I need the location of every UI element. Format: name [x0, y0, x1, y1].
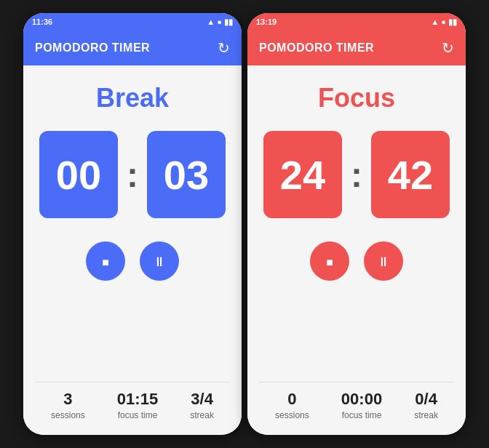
- break-timer-display: 00 : 03: [35, 131, 230, 218]
- break-pause-icon: [153, 253, 166, 270]
- focus-pause-icon: [377, 253, 390, 270]
- focus-timer-display: 24 : 42: [259, 131, 454, 218]
- focus-focustime-value: 00:00: [341, 390, 382, 409]
- break-stop-icon: [102, 253, 109, 270]
- break-status-bar: 11:36 ▲ ● ▮▮: [23, 13, 242, 31]
- focus-minutes-block: 24: [263, 131, 342, 218]
- break-stop-button[interactable]: [86, 241, 125, 281]
- break-focustime-stat: 01:15 focus time: [117, 390, 158, 420]
- focus-sessions-label: sessions: [275, 410, 309, 420]
- focus-colon: :: [351, 155, 362, 195]
- break-mode-title: Break: [96, 83, 169, 113]
- focus-stop-icon: [326, 253, 333, 270]
- break-pause-button[interactable]: [140, 241, 179, 281]
- focus-app-content: Focus 24 : 42 0 sessions 00:00 focus tim…: [247, 65, 466, 435]
- focus-pause-button[interactable]: [364, 241, 403, 281]
- break-app-content: Break 00 : 03 3 sessions 01:15 focus tim…: [23, 65, 242, 435]
- focus-focustime-stat: 00:00 focus time: [341, 390, 382, 420]
- break-seconds-block: 03: [147, 131, 226, 218]
- focus-focustime-label: focus time: [342, 410, 382, 420]
- focus-streak-stat: 0/4 streak: [414, 390, 438, 420]
- focus-status-time: 13:19: [256, 17, 277, 26]
- focus-stop-button[interactable]: [310, 241, 349, 281]
- break-colon: :: [127, 155, 138, 195]
- break-stats-bar: 3 sessions 01:15 focus time 3/4 streak: [35, 382, 230, 423]
- focus-status-bar: 13:19 ▲ ● ▮▮: [247, 13, 466, 31]
- break-status-icons: ▲ ● ▮▮: [207, 17, 233, 27]
- break-streak-label: streak: [190, 410, 214, 420]
- focus-streak-label: streak: [414, 410, 438, 420]
- break-streak-stat: 3/4 streak: [190, 390, 214, 420]
- focus-sessions-value: 0: [287, 390, 296, 409]
- break-phone: 11:36 ▲ ● ▮▮ POMODORO TIMER ↻ Break 00 :…: [23, 13, 242, 435]
- focus-stats-bar: 0 sessions 00:00 focus time 0/4 streak: [259, 382, 454, 423]
- break-status-time: 11:36: [32, 17, 52, 26]
- focus-refresh-icon[interactable]: ↻: [442, 39, 454, 57]
- break-focustime-value: 01:15: [117, 390, 158, 409]
- break-controls: [86, 241, 179, 281]
- break-sessions-value: 3: [63, 390, 72, 409]
- break-app-header: POMODORO TIMER ↻: [23, 31, 242, 65]
- break-sessions-label: sessions: [51, 410, 85, 420]
- break-minutes-block: 00: [39, 131, 118, 218]
- break-streak-value: 3/4: [191, 390, 213, 409]
- focus-phone: 13:19 ▲ ● ▮▮ POMODORO TIMER ↻ Focus 24 :…: [247, 13, 466, 435]
- break-refresh-icon[interactable]: ↻: [218, 39, 230, 57]
- focus-status-icons: ▲ ● ▮▮: [431, 17, 457, 27]
- focus-controls: [310, 241, 403, 281]
- focus-app-title: POMODORO TIMER: [259, 41, 374, 55]
- focus-sessions-stat: 0 sessions: [275, 390, 309, 420]
- break-app-title: POMODORO TIMER: [35, 41, 150, 55]
- break-sessions-stat: 3 sessions: [51, 390, 85, 420]
- break-focustime-label: focus time: [118, 410, 158, 420]
- focus-seconds-block: 42: [371, 131, 450, 218]
- focus-app-header: POMODORO TIMER ↻: [247, 31, 466, 65]
- focus-mode-title: Focus: [318, 83, 395, 113]
- focus-streak-value: 0/4: [415, 390, 437, 409]
